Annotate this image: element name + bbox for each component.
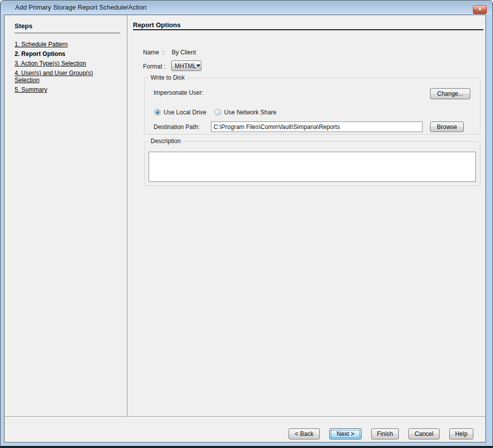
destination-path-label: Destination Path: [154,123,199,131]
format-label: Format : [143,63,166,70]
description-label: Description [149,138,183,145]
sidebar-item-users-groups-selection[interactable]: 4. User(s) and User Group(s) Selection [15,70,116,84]
sidebar-item-schedule-pattern[interactable]: 1. Schedule Pattern [15,41,116,48]
titlebar[interactable]: Add Primary Storage Report Schedule/Acti… [1,1,492,14]
window-title: Add Primary Storage Report Schedule/Acti… [15,1,147,14]
dialog-window: Add Primary Storage Report Schedule/Acti… [0,0,493,448]
write-to-disk-group: Write to Disk Impersonate User: Change..… [144,78,480,135]
page-title: Report Options [133,21,181,29]
use-local-drive-label[interactable]: Use Local Drive [164,109,206,116]
steps-heading: Steps [15,22,120,33]
sidebar-item-report-options: 2. Report Options [15,50,116,57]
impersonate-user-label: Impersonate User: [154,89,203,96]
sidebar-item-action-type-selection[interactable]: 3. Action Type(s) Selection [15,60,116,67]
next-button[interactable]: Next > [329,428,362,439]
browse-button[interactable]: Browse [430,121,464,132]
use-network-share-radio[interactable] [215,109,221,115]
name-value: By Client [172,49,196,56]
back-button[interactable]: < Back [289,428,320,439]
steps-sidebar: Steps 1. Schedule Pattern 2. Report Opti… [5,15,127,416]
finish-button[interactable]: Finish [371,428,399,439]
name-label: Name : [143,49,164,56]
description-textarea[interactable] [149,152,476,182]
cancel-button[interactable]: Cancel [408,428,440,439]
chevron-down-icon [196,65,200,67]
destination-path-input[interactable] [211,121,422,132]
change-button[interactable]: Change... [430,88,470,99]
dialog-body: Steps 1. Schedule Pattern 2. Report Opti… [4,15,486,442]
steps-list: 1. Schedule Pattern 2. Report Options 3.… [15,41,116,93]
format-dropdown[interactable]: MHTML [171,60,201,71]
close-icon: ✕ [478,7,482,12]
use-network-share-label[interactable]: Use Network Share [224,109,276,116]
sidebar-item-summary[interactable]: 5. Summary [15,86,116,93]
format-dropdown-value: MHTML [175,62,196,70]
close-button[interactable]: ✕ [473,5,487,14]
heading-rule [133,29,483,30]
report-options-panel: Report Options Name : By Client Format :… [128,15,485,416]
description-group: Description [144,141,480,186]
use-local-drive-radio[interactable] [154,109,161,115]
write-to-disk-label: Write to Disk [149,74,187,81]
help-button[interactable]: Help [449,428,473,439]
footer-button-bar: < Back Next > Finish Cancel Help [5,416,485,442]
